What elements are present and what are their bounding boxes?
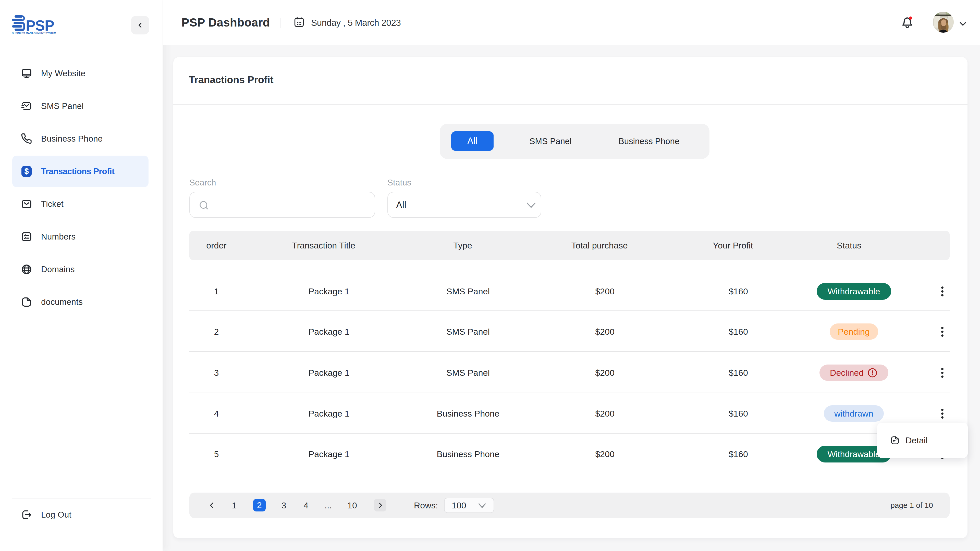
svg-text:BUSINESS MANAGEMENT SYSTEM: BUSINESS MANAGEMENT SYSTEM (12, 32, 56, 35)
svg-text:PSP: PSP (26, 17, 54, 34)
